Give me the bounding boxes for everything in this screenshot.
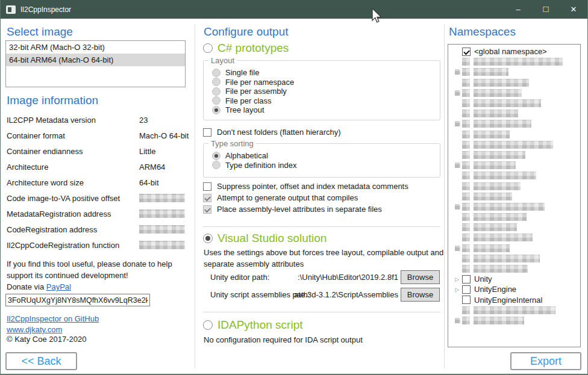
namespace-tree-row[interactable] [448, 129, 580, 140]
namespace-tree-row[interactable]: ▷UnityEngine [448, 284, 580, 294]
namespace-label-redacted [474, 203, 545, 211]
namespace-tree-row[interactable] [448, 202, 580, 212]
type-sorting-group-label: Type sorting [208, 139, 256, 148]
namespace-label-redacted [474, 120, 531, 128]
visual-studio-option[interactable]: Visual Studio solution [203, 232, 327, 245]
namespace-tree-row[interactable] [448, 212, 580, 222]
csharp-prototypes-option[interactable]: C# prototypes [203, 42, 289, 55]
layout-option-row[interactable]: File per class [212, 96, 435, 106]
namespace-tree-row[interactable] [448, 78, 580, 88]
left-mid-divider [195, 24, 195, 368]
namespace-checkbox-redacted [462, 182, 470, 190]
output-option-row[interactable]: Attempt to generate output that compiles [203, 192, 408, 203]
output-option-checkbox[interactable] [203, 205, 211, 214]
visual-studio-label: Visual Studio solution [217, 232, 327, 245]
layout-option-row[interactable]: Tree layout [212, 105, 435, 115]
namespace-tree-row[interactable]: <global namespace> [448, 46, 580, 57]
titlebar[interactable]: Il2CppInspector – □ ✕ [1, 0, 587, 19]
image-list-item[interactable]: 32-bit ARM (Mach-O 32-bit) [6, 41, 185, 54]
browse-script-button[interactable]: Browse [401, 288, 440, 302]
namespace-tree-row[interactable] [448, 305, 580, 315]
bitcoin-address-input[interactable] [5, 294, 150, 306]
namespace-tree-row[interactable] [448, 243, 580, 253]
namespace-label-redacted [474, 89, 522, 97]
namespace-tree-row[interactable] [448, 181, 580, 191]
namespace-tree-row[interactable] [448, 150, 580, 160]
layout-option-radio[interactable] [212, 78, 220, 86]
type-sorting-option-radio[interactable] [212, 161, 220, 169]
layout-option-row[interactable]: File per assembly [212, 87, 435, 96]
export-button[interactable]: Export [510, 352, 581, 370]
namespace-tree-row[interactable] [448, 222, 580, 232]
visual-studio-radio[interactable] [203, 234, 213, 243]
info-label: Container endianness [7, 147, 139, 156]
layout-option-radio[interactable] [212, 69, 220, 77]
namespace-tree-row[interactable]: ▷Unity [448, 274, 580, 284]
namespace-tree-row[interactable] [448, 253, 580, 264]
namespace-label-redacted [474, 161, 516, 169]
expander-icon[interactable]: ▷ [452, 276, 462, 282]
csharp-prototypes-radio[interactable] [203, 43, 213, 53]
namespace-tree-row[interactable] [448, 160, 580, 170]
namespace-tree-row[interactable] [448, 57, 580, 67]
idapython-radio[interactable] [203, 320, 213, 330]
paypal-link[interactable]: PayPal [46, 282, 71, 291]
image-listbox[interactable]: 32-bit ARM (Mach-O 32-bit)64-bit ARM64 (… [5, 40, 186, 87]
browse-editor-button[interactable]: Browse [401, 270, 440, 284]
namespace-checkbox[interactable] [462, 275, 471, 284]
flatten-checkbox[interactable] [203, 128, 211, 137]
expander-redacted-block [455, 69, 460, 75]
namespace-tree-row[interactable] [448, 108, 580, 119]
github-link[interactable]: Il2CppInspector on GitHub [7, 314, 99, 323]
namespaces-tree[interactable]: <global namespace>▷Unity▷UnityEngineUnit… [448, 44, 581, 347]
idapython-label: IDAPython script [217, 318, 303, 332]
namespace-tree-row[interactable] [448, 119, 580, 129]
expander-icon[interactable]: ▷ [452, 287, 462, 293]
layout-option-radio[interactable] [212, 106, 220, 114]
namespace-tree-row[interactable]: UnityEngineInternal [448, 295, 580, 305]
namespace-checkbox-redacted [462, 203, 470, 211]
namespace-checkbox[interactable] [462, 296, 471, 304]
type-sorting-option-row[interactable]: Type definition index [212, 161, 435, 170]
namespace-checkbox-redacted [462, 58, 470, 66]
namespace-tree-row[interactable] [448, 88, 580, 98]
type-sorting-option-radio[interactable] [212, 152, 220, 160]
namespace-checkbox-redacted [462, 68, 470, 76]
output-option-checkbox[interactable] [203, 194, 211, 202]
unity-script-path-value: ate.3d-3.1.2\ScriptAssemblies [260, 290, 398, 299]
layout-option-row[interactable]: Single file [212, 68, 435, 78]
info-label: Container format [7, 131, 139, 140]
namespace-checkbox-redacted [462, 213, 470, 221]
namespace-checkbox[interactable] [462, 285, 471, 294]
output-option-checkbox[interactable] [203, 182, 211, 191]
namespace-tree-row[interactable] [448, 140, 580, 150]
output-option-row[interactable]: Suppress pointer, offset and index metad… [203, 181, 408, 192]
image-list-item[interactable]: 64-bit ARM64 (Mach-O 64-bit) [6, 54, 185, 66]
idapython-option[interactable]: IDAPython script [203, 318, 303, 332]
type-sorting-option-row[interactable]: Alphabetical [212, 151, 435, 161]
layout-option-radio[interactable] [212, 96, 220, 105]
namespace-checkbox[interactable] [462, 48, 471, 56]
namespace-tree-row[interactable] [448, 170, 580, 181]
window-title: Il2CppInspector [20, 5, 71, 14]
namespace-tree-row[interactable] [448, 98, 580, 108]
website-link[interactable]: www.djkaty.com [7, 325, 62, 334]
namespace-label-redacted [474, 213, 527, 221]
minimize-button[interactable]: – [504, 0, 532, 19]
namespace-tree-row[interactable] [448, 191, 580, 202]
namespace-tree-row[interactable] [448, 232, 580, 243]
layout-option-row[interactable]: File per namespace [212, 78, 435, 87]
namespace-checkbox-redacted [462, 265, 470, 273]
close-button[interactable]: ✕ [560, 0, 587, 19]
type-sorting-groupbox: Type sorting AlphabeticalType definition… [203, 143, 440, 178]
namespace-tree-row[interactable] [448, 315, 580, 326]
output-option-row[interactable]: Place assembly-level attributes in separ… [203, 203, 408, 215]
flatten-checkbox-row[interactable]: Don't nest folders (flatten hierarchy) [203, 128, 341, 137]
type-sorting-option-label: Type definition index [225, 161, 297, 170]
layout-option-radio[interactable] [212, 87, 220, 96]
maximize-button[interactable]: □ [532, 0, 560, 19]
namespace-tree-row[interactable] [448, 67, 580, 77]
back-button[interactable]: << Back [5, 352, 77, 370]
namespace-tree-row[interactable] [448, 264, 580, 274]
info-value-redacted [139, 209, 185, 218]
